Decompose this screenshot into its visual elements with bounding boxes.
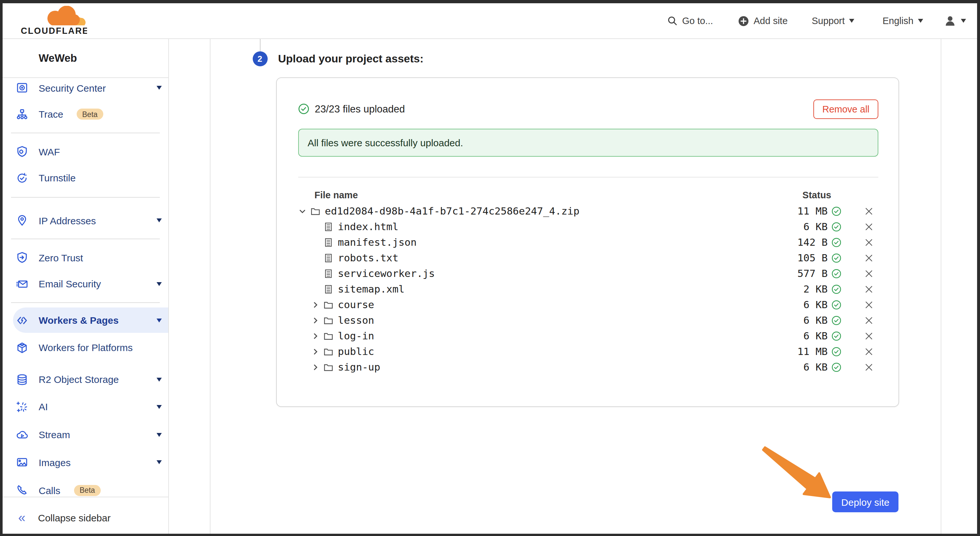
file-name: sitemap.xml: [338, 284, 404, 295]
step-2-badge: 2: [252, 51, 267, 66]
table-row: sitemap.xml 2 KB: [277, 281, 899, 297]
sidebar-item-zero-trust[interactable]: Zero Trust: [2, 246, 168, 268]
sidebar-item-workers-for-platforms[interactable]: Workers for Platforms: [2, 337, 168, 359]
email-icon: [15, 277, 28, 290]
status-check-icon: [832, 300, 841, 310]
remove-all-button[interactable]: Remove all: [813, 99, 878, 119]
chevron-right-icon[interactable]: [311, 301, 320, 309]
sidebar-item-ip-addresses[interactable]: IP Addresses: [2, 209, 168, 231]
table-row: course 6 KB: [277, 297, 899, 313]
chevron-down-icon: [961, 19, 966, 23]
file-icon: [323, 238, 333, 247]
sidebar-item-ai[interactable]: AI: [2, 396, 168, 418]
beta-badge: Beta: [76, 108, 103, 120]
table-row: index.html 6 KB: [277, 219, 899, 234]
remove-file-icon[interactable]: [865, 270, 873, 278]
ai-sparkle-icon: [15, 400, 28, 413]
main-panel-right-border: [940, 39, 941, 533]
sidebar-item-trace[interactable]: Trace Beta: [2, 103, 168, 125]
add-site-button[interactable]: Add site: [738, 3, 788, 38]
language-label: English: [883, 16, 913, 26]
sidebar-item-label: IP Addresses: [39, 215, 96, 226]
chevron-right-icon[interactable]: [311, 348, 320, 356]
sidebar-item-label: Turnstile: [39, 172, 76, 183]
folder-icon: [323, 300, 333, 310]
chevron-down-icon: [156, 282, 161, 286]
sidebar-item-label: Workers for Platforms: [39, 342, 133, 353]
sidebar-item-stream[interactable]: Stream: [2, 424, 168, 446]
file-icon: [323, 222, 333, 232]
sidebar-item-label: Images: [39, 457, 70, 468]
status-check-icon: [832, 222, 841, 232]
chevron-down-icon: [156, 318, 161, 322]
chevron-down-icon: [156, 219, 161, 222]
divider: [11, 302, 159, 303]
cloudflare-logo[interactable]: CLOUDFLARE: [11, 6, 87, 37]
divider: [11, 197, 159, 197]
upload-summary-row: 23/23 files uploaded: [298, 99, 405, 119]
deploy-site-button[interactable]: Deploy site: [832, 491, 899, 512]
remove-file-icon[interactable]: [865, 285, 873, 294]
remove-file-icon[interactable]: [865, 238, 873, 247]
remove-file-icon[interactable]: [865, 254, 873, 262]
folder-icon: [323, 362, 333, 372]
file-size: 577 B: [797, 268, 828, 279]
collapse-sidebar-button[interactable]: « Collapse sidebar: [2, 506, 168, 528]
sidebar-item-calls[interactable]: Calls Beta: [2, 479, 168, 501]
account-menu[interactable]: [943, 3, 966, 38]
table-row: manifest.json 142 B: [277, 234, 899, 250]
remove-file-icon[interactable]: [865, 348, 873, 356]
sidebar-item-security-center[interactable]: Security Center: [2, 77, 168, 99]
file-size: 6 KB: [803, 361, 828, 373]
sidebar-item-r2-object-storage[interactable]: R2 Object Storage: [2, 368, 168, 390]
file-size: 6 KB: [803, 299, 828, 311]
sidebar-item-label: Workers & Pages: [39, 315, 119, 326]
go-to-search[interactable]: Go to...: [667, 3, 713, 38]
sidebar-item-images[interactable]: Images: [2, 451, 168, 473]
sidebar-item-waf[interactable]: WAF: [2, 140, 168, 163]
divider: [11, 238, 159, 239]
sidebar-item-email-security[interactable]: Email Security: [2, 273, 168, 295]
chevron-down-icon: [156, 432, 161, 437]
remove-file-icon[interactable]: [865, 316, 873, 325]
file-name: ed1d2084-d98b-4a1f-b7c1-274c2586e247_4.z…: [325, 206, 579, 217]
sidebar-item-workers-pages[interactable]: Workers & Pages: [13, 308, 168, 333]
remove-file-icon[interactable]: [865, 207, 873, 215]
database-icon: [15, 373, 28, 386]
remove-file-icon[interactable]: [865, 223, 873, 231]
chevron-right-icon[interactable]: [311, 363, 320, 372]
table-row: public 11 MB: [277, 344, 899, 359]
divider: [298, 177, 878, 177]
file-size: 11 MB: [797, 206, 828, 217]
top-bar: CLOUDFLARE Go to... Add site Support Eng…: [2, 3, 977, 39]
image-icon: [15, 456, 28, 469]
file-icon: [323, 253, 333, 263]
collapse-sidebar-label: Collapse sidebar: [38, 512, 110, 523]
chevron-right-icon[interactable]: [311, 332, 320, 340]
folder-icon: [310, 206, 320, 216]
upload-summary: 23/23 files uploaded: [315, 103, 405, 115]
file-size: 2 KB: [803, 284, 828, 295]
workers-pages-icon: [15, 314, 28, 327]
cube-icon: [15, 341, 28, 354]
language-menu[interactable]: English: [883, 3, 923, 38]
sidebar: WeWeb Security Center: [2, 39, 168, 533]
support-menu[interactable]: Support: [812, 3, 854, 38]
file-size: 6 KB: [803, 330, 828, 342]
cloudflare-cloud-icon: [47, 6, 80, 26]
folder-icon: [323, 347, 333, 357]
status-check-icon: [832, 238, 841, 247]
file-name: robots.txt: [338, 252, 399, 264]
file-name: course: [338, 299, 374, 311]
chevron-right-icon[interactable]: [311, 316, 320, 325]
chevron-down-icon[interactable]: [298, 207, 307, 215]
sidebar-item-turnstile[interactable]: Turnstile: [2, 167, 168, 189]
file-size: 142 B: [797, 237, 828, 248]
chevron-down-icon: [156, 86, 161, 90]
remove-file-icon[interactable]: [865, 301, 873, 309]
sidebar-item-label: Zero Trust: [39, 252, 83, 263]
remove-file-icon[interactable]: [865, 363, 873, 372]
chevron-down-icon: [156, 405, 161, 408]
map-pin-icon: [15, 214, 28, 227]
remove-file-icon[interactable]: [865, 332, 873, 340]
